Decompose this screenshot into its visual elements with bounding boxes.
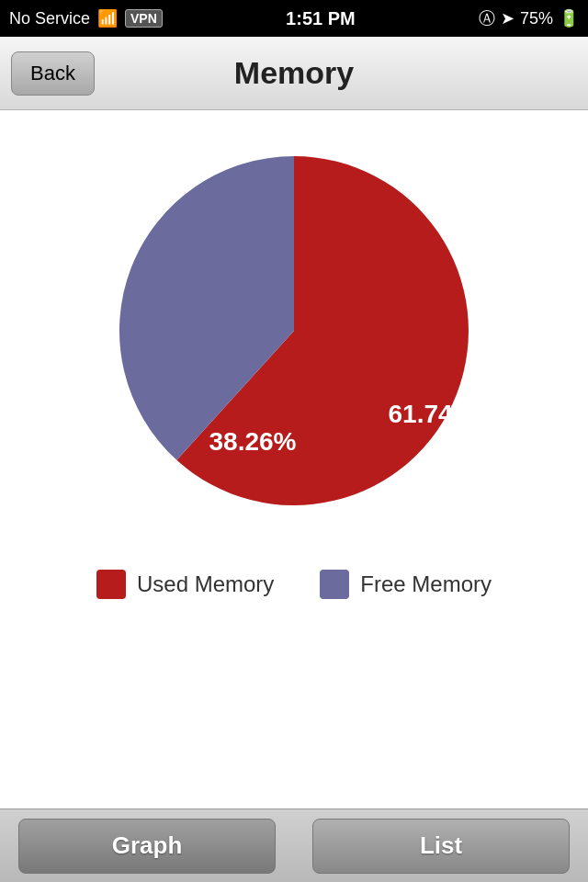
- battery-text: 75%: [520, 9, 553, 28]
- back-button[interactable]: Back: [11, 51, 95, 96]
- wifi-icon: 📶: [97, 8, 118, 28]
- status-right: Ⓐ ➤ 75% 🔋: [479, 7, 579, 29]
- used-percent-label: 61.74%: [389, 400, 476, 428]
- pie-chart: 61.74% 38.26%: [101, 138, 487, 524]
- status-left: No Service 📶 VPN: [9, 8, 163, 28]
- status-time: 1:51 PM: [286, 8, 356, 29]
- free-memory-label: Free Memory: [360, 571, 492, 597]
- used-memory-legend-item: Used Memory: [96, 570, 274, 599]
- status-bar: No Service 📶 VPN 1:51 PM Ⓐ ➤ 75% 🔋: [0, 0, 588, 37]
- main-content: 61.74% 38.26% Used Memory Free Memory: [0, 110, 588, 827]
- carrier-text: No Service: [9, 9, 90, 28]
- battery-icon: 🔋: [559, 8, 579, 28]
- nav-bar: Back Memory: [0, 37, 588, 110]
- used-memory-swatch: [96, 570, 126, 599]
- vpn-badge: VPN: [125, 9, 163, 28]
- list-tab-button[interactable]: List: [312, 819, 570, 874]
- tab-bar: Graph List: [0, 808, 588, 882]
- graph-tab-button[interactable]: Graph: [18, 819, 276, 874]
- free-percent-label: 38.26%: [209, 427, 297, 456]
- free-memory-swatch: [320, 570, 349, 599]
- used-memory-label: Used Memory: [137, 571, 274, 597]
- location-icon: ➤: [501, 8, 514, 28]
- pie-chart-container: 61.74% 38.26%: [101, 138, 487, 524]
- free-memory-legend-item: Free Memory: [320, 570, 492, 599]
- lock-icon: Ⓐ: [479, 7, 495, 29]
- page-title: Memory: [234, 55, 354, 91]
- legend: Used Memory Free Memory: [96, 570, 492, 599]
